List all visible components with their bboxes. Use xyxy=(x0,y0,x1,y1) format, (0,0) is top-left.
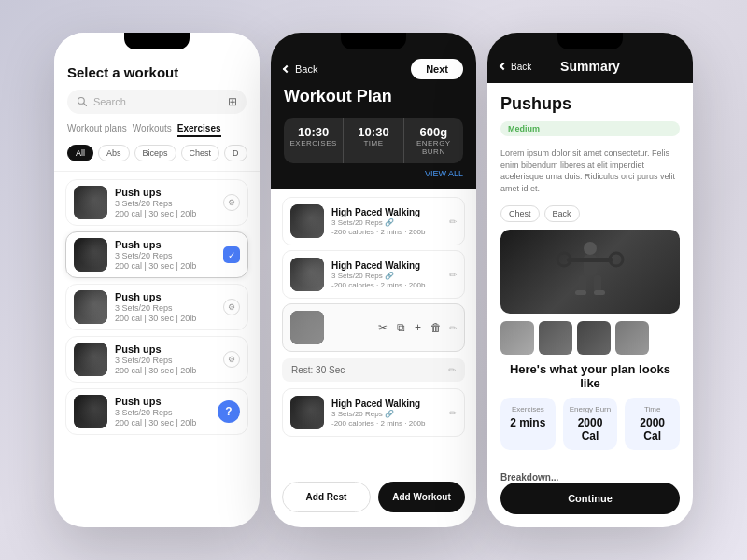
edit-icon[interactable]: ✏ xyxy=(449,217,457,227)
gear-icon[interactable]: ⚙ xyxy=(223,299,240,315)
svg-rect-10 xyxy=(594,290,605,295)
tab-exercises[interactable]: Exercises xyxy=(177,123,221,137)
search-icon xyxy=(77,96,88,107)
add-icon[interactable]: + xyxy=(415,321,421,334)
exercise-thumbnail xyxy=(74,238,107,272)
muscle-tag-chest[interactable]: Chest xyxy=(500,205,540,222)
exercise-info: Push ups 3 Sets/20 Reps 200 cal | 30 sec… xyxy=(115,343,216,375)
muscle-tag-back[interactable]: Back xyxy=(544,205,580,222)
stat-time: 10:30 Time xyxy=(344,118,403,163)
plan-stat-exercises-label: Exercises xyxy=(506,405,550,413)
list-item[interactable]: Push ups 3 Sets/20 Reps 200 cal | 30 sec… xyxy=(65,336,248,383)
stat-label-energy: Energy Burn xyxy=(410,139,458,156)
workout-info: High Paced Walking 3 Sets/20 Reps 🔗 -200… xyxy=(331,207,442,236)
rest-edit-icon[interactable]: ✏ xyxy=(448,365,456,375)
stat-value-exercises: 10:30 xyxy=(289,125,337,139)
svg-point-2 xyxy=(584,242,597,255)
search-bar[interactable]: Search ⊞ xyxy=(67,90,247,114)
exercise-detail: 200 cal | 30 sec | 20lb xyxy=(115,261,216,271)
edit-icon[interactable]: ✏ xyxy=(449,270,457,280)
thumb-1[interactable] xyxy=(500,321,534,355)
filter-biceps[interactable]: Biceps xyxy=(134,145,176,161)
exercise-name: Push ups xyxy=(115,343,216,355)
workout-detail: -200 calories · 2 mins · 200b xyxy=(331,419,442,427)
check-icon[interactable]: ✓ xyxy=(223,246,240,263)
back-button[interactable]: Back xyxy=(500,62,531,72)
difficulty-badge: Medium xyxy=(500,121,680,136)
exercise-thumbnail xyxy=(74,290,107,324)
workout-thumbnail xyxy=(290,396,324,429)
cut-icon[interactable]: ✂ xyxy=(378,321,388,334)
workout-thumbnail xyxy=(290,311,324,344)
chevron-left-icon xyxy=(500,63,507,70)
workout-thumbnails xyxy=(500,321,680,355)
exercise-detail: 200 cal | 30 sec | 20lb xyxy=(115,366,216,375)
svg-rect-7 xyxy=(579,275,586,292)
phone3-footer: Breakdown... Continue xyxy=(487,461,693,527)
filter-abs[interactable]: Abs xyxy=(98,145,130,161)
workout-info: High Paced Walking 3 Sets/20 Reps 🔗 -200… xyxy=(331,399,442,427)
list-item[interactable]: Push ups 3 Sets/20 Reps 200 cal | 30 sec… xyxy=(65,231,248,278)
continue-button[interactable]: Continue xyxy=(500,483,680,514)
thumb-4[interactable] xyxy=(615,321,649,355)
filter-d[interactable]: D xyxy=(224,145,247,161)
filter-icon[interactable]: ⊞ xyxy=(228,95,237,108)
svg-line-1 xyxy=(84,104,87,106)
stat-label-exercises: Exercises xyxy=(289,139,337,147)
tab-workouts[interactable]: Workouts xyxy=(133,123,172,137)
exercise-thumbnail xyxy=(74,395,107,428)
list-item-editing[interactable]: ✂ ⧉ + 🗑 ✏ xyxy=(282,303,465,352)
workout-name: High Paced Walking xyxy=(331,260,442,271)
plan-stats-row: Exercises 2 mins Energy Burn 2000 Cal Ti… xyxy=(500,398,680,450)
plan-preview-title: Here's what your plan looks like xyxy=(500,362,680,390)
edit-icon[interactable]: ✏ xyxy=(449,323,457,333)
filter-all[interactable]: All xyxy=(67,145,93,161)
exercise-list: Push ups 3 Sets/20 Reps 200 cal | 30 sec… xyxy=(54,172,260,527)
exercise-meta: 3 Sets/20 Reps xyxy=(115,356,216,365)
thumb-2[interactable] xyxy=(539,321,572,355)
tab-workout-plans[interactable]: Workout plans xyxy=(67,123,127,137)
phone1-title: Select a workout xyxy=(67,64,247,80)
stats-row: 10:30 Exercises 10:30 Time 600g Energy B… xyxy=(284,118,463,163)
exercise-detail: 200 cal | 30 sec | 20lb xyxy=(115,418,210,427)
list-item[interactable]: High Paced Walking 3 Sets/20 Reps 🔗 -200… xyxy=(282,388,465,437)
person-lifting-icon xyxy=(553,239,627,304)
delete-icon[interactable]: 🗑 xyxy=(430,321,442,334)
phone3-content: Pushups Medium Lorem ipsum dolor sit ame… xyxy=(487,83,693,461)
workout-detail: -200 calories · 2 mins · 200b xyxy=(331,228,442,236)
exercise-title: Pushups xyxy=(500,94,680,114)
workout-tools: ✂ ⧉ + 🗑 xyxy=(378,321,442,334)
list-item[interactable]: High Paced Walking 3 Sets/20 Reps 🔗 -200… xyxy=(282,250,465,299)
view-all-link[interactable]: VIEW ALL xyxy=(284,169,463,178)
exercise-thumbnail xyxy=(74,343,107,376)
edit-icon[interactable]: ✏ xyxy=(449,408,457,418)
add-rest-button[interactable]: Add Rest xyxy=(282,482,371,512)
phone-select-workout: Select a workout Search ⊞ Workout plans … xyxy=(54,33,260,527)
copy-icon[interactable]: ⧉ xyxy=(397,321,405,334)
exercise-meta: 3 Sets/20 Reps xyxy=(115,303,216,313)
thumb-3[interactable] xyxy=(577,321,611,355)
filter-chest[interactable]: Chest xyxy=(181,145,220,161)
exercise-name: Push ups xyxy=(115,239,216,250)
next-button[interactable]: Next xyxy=(411,59,463,79)
list-item[interactable]: Push ups 3 Sets/20 Reps 200 cal | 30 sec… xyxy=(65,388,248,435)
workout-detail: -200 calories · 2 mins · 200b xyxy=(331,281,442,289)
muscle-tags: Chest Back xyxy=(500,205,680,222)
add-workout-button[interactable]: Add Workout xyxy=(378,482,465,512)
phone1-header: Select a workout Search ⊞ Workout plans … xyxy=(54,33,260,172)
gear-icon[interactable]: ⚙ xyxy=(223,351,240,368)
svg-rect-8 xyxy=(594,275,601,292)
list-item[interactable]: Push ups 3 Sets/20 Reps 200 cal | 30 sec… xyxy=(65,179,248,226)
stat-energy: 600g Energy Burn xyxy=(404,118,463,163)
list-item[interactable]: Push ups 3 Sets/20 Reps 200 cal | 30 sec… xyxy=(65,284,248,330)
breakdown-label[interactable]: Breakdown... xyxy=(500,472,680,483)
gear-icon[interactable]: ⚙ xyxy=(223,194,240,211)
search-placeholder: Search xyxy=(93,96,126,107)
exercise-meta: 3 Sets/20 Reps xyxy=(115,199,216,208)
phone-summary: Back Summary Pushups Medium Lorem ipsum … xyxy=(487,33,693,527)
question-icon[interactable]: ? xyxy=(218,400,240,423)
filter-tags: All Abs Biceps Chest D E F xyxy=(67,145,247,161)
list-item[interactable]: High Paced Walking 3 Sets/20 Reps 🔗 -200… xyxy=(282,197,465,245)
back-button[interactable]: Back xyxy=(284,63,317,75)
phone2-header: Back Next Workout Plan 10:30 Exercises 1… xyxy=(271,33,476,189)
